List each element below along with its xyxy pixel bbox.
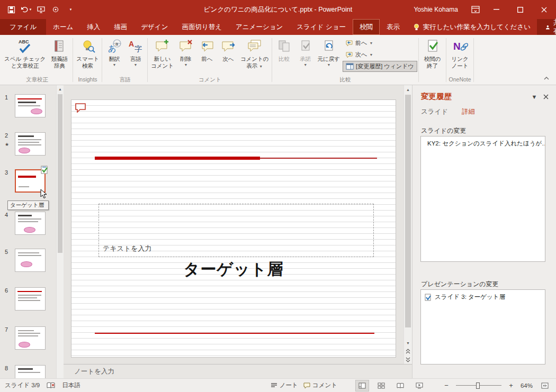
slide-number-2: 2 [5,132,8,139]
comment-marker-icon[interactable] [75,103,86,113]
revisions-tab-details[interactable]: 詳細 [462,107,475,118]
delete-comment-icon [178,38,194,54]
linked-notes-button[interactable]: N リンク ノート [448,35,472,75]
zoom-slider-thumb[interactable] [476,382,480,389]
text-placeholder[interactable]: テキストを入力 [98,204,374,257]
ribbon-display-options-button[interactable] [467,0,485,19]
proofing-status-button[interactable] [47,382,55,389]
group-language: あa 翻訳 ▼ A字 言語 ▼ 言語 [102,35,148,85]
tab-home[interactable]: ホーム [46,19,80,35]
revisions-close-icon[interactable] [541,94,551,99]
tab-design[interactable]: デザイン [134,19,175,35]
slide-thumbnail-1[interactable] [15,94,46,117]
zoom-out-button[interactable]: − [442,381,451,389]
slide-canvas[interactable]: テキストを入力 ターゲット層 [71,99,396,358]
scroll-up-icon[interactable]: ▲ [404,85,412,94]
tab-slideshow[interactable]: スライド ショー [290,19,353,35]
spell-check-button[interactable]: ABC スペル チェック と文章校正 [3,35,47,75]
tab-insert[interactable]: 挿入 [80,19,107,35]
thesaurus-button[interactable]: 類義語 辞典 [47,35,71,75]
slide-thumbnail-2[interactable] [15,132,46,156]
slide-red-bar[interactable] [95,157,260,160]
slide-thumbnail-8[interactable] [15,365,46,378]
delete-comment-button[interactable]: 削除 ▼ [175,35,196,75]
slide-indicator[interactable]: スライド 3/9 [5,381,40,389]
next-change-button[interactable]: 次へ ▼ [343,49,417,60]
end-review-button[interactable]: 校閲の 終了 [420,35,445,75]
previous-comment-button[interactable]: 前へ [196,35,218,75]
slide-thumbnail-4[interactable] [15,212,46,235]
tab-view[interactable]: 表示 [380,19,407,35]
revisions-menu-caret-icon[interactable]: ▼ [530,94,539,100]
next-slide-button[interactable] [404,355,412,364]
scroll-down-icon[interactable]: ▼ [404,339,412,347]
delete-dropdown-caret: ▼ [184,63,187,67]
maximize-button[interactable] [508,0,532,19]
slideshow-view-button[interactable] [412,380,426,391]
slide-red-line[interactable] [260,158,377,159]
start-slideshow-button[interactable] [34,3,48,16]
slide-thumbnail-7[interactable] [15,326,46,350]
reading-view-button[interactable] [393,380,407,391]
minimize-button[interactable] [485,0,508,19]
close-icon [541,7,547,13]
slide-scrollbar-thumb[interactable] [405,95,411,327]
thumbnail-scroll-up-icon[interactable]: ▲ [57,85,64,93]
smart-lookup-button[interactable]: スマート 検索 [75,35,101,75]
touch-mode-button[interactable] [49,3,62,16]
zoom-percentage[interactable]: 64% [521,382,533,389]
show-comments-icon [247,38,263,54]
placeholder-prompt: テキストを入力 [103,244,152,253]
show-comments-button[interactable]: コメントの 表示 ▼ [239,35,271,75]
new-comment-button[interactable]: 新しい コメント [149,35,175,75]
accept-dropdown-caret: ▼ [303,63,307,67]
tab-file[interactable]: ファイル [0,19,46,35]
proofing-book-icon [47,382,55,389]
share-button[interactable]: 共有 [537,19,556,35]
presentation-change-item[interactable]: スライド 3: ターゲット層 [421,290,545,304]
group-compare: 比較 承諾 ▼ 元に戻す ▼ 前へ ▼ [272,35,419,85]
collapse-ribbon-button[interactable] [541,74,552,83]
next-comment-button[interactable]: 次へ [218,35,239,75]
slide-scrollbar[interactable]: ▲ ▼ [403,85,412,364]
previous-slide-button[interactable] [404,347,412,355]
normal-view-icon [358,382,366,389]
language-button[interactable]: A字 言語 ▼ [125,35,146,75]
double-chevron-up-icon [406,349,410,354]
undo-button[interactable]: ▾ [19,3,33,16]
tab-animations[interactable]: アニメーション [229,19,290,35]
fit-to-window-button[interactable] [538,380,552,391]
thumbnail-scrollbar[interactable]: ▲ [56,85,64,378]
revisions-tab-slides[interactable]: スライド [421,107,448,118]
normal-view-button[interactable] [355,380,369,391]
customize-qat-button[interactable]: ▾ [64,3,77,16]
zoom-in-button[interactable]: + [507,381,515,389]
notes-toggle-button[interactable]: ノート [271,381,298,389]
translate-button[interactable]: あa 翻訳 ▼ [104,35,125,75]
reviewing-pane-button[interactable]: [変更履歴] ウィンドウ [343,61,417,72]
smart-lookup-icon [80,38,95,54]
slide-change-item[interactable]: KY2: セクションのスライド入れたほうが… [421,136,545,151]
tab-review[interactable]: 校閲 [353,19,380,35]
zoom-slider[interactable] [456,380,501,391]
slide-bottom-red-line[interactable] [95,333,374,334]
title-bar: ▾ ▾ ピンクのワニの商品化について.pptx - PowerPoint Yos… [0,0,556,19]
slide-thumbnail-5[interactable] [15,249,46,272]
group-comments: 新しい コメント 削除 ▼ 前へ 次へ [148,35,272,85]
save-button[interactable] [4,3,18,16]
language-status[interactable]: 日本語 [62,381,80,389]
slide-thumbnail-6[interactable] [15,287,46,311]
slideshow-icon [37,6,45,13]
save-icon [7,6,15,14]
tab-draw[interactable]: 描画 [107,19,134,35]
slide-title-text[interactable]: ターゲット層 [71,259,396,280]
previous-change-button[interactable]: 前へ ▼ [343,38,417,49]
slide-sorter-view-button[interactable] [374,380,388,391]
svg-text:ABC: ABC [19,39,29,44]
tab-transitions[interactable]: 画面切り替え [175,19,229,35]
comments-toggle-button[interactable]: コメント [303,381,337,389]
close-button[interactable] [532,0,556,19]
notes-pane[interactable]: ノートを入力 [64,364,412,378]
thumbnail-scrollbar-thumb[interactable] [58,94,62,253]
tell-me-box[interactable]: 実行したい作業を入力してください [407,19,537,35]
